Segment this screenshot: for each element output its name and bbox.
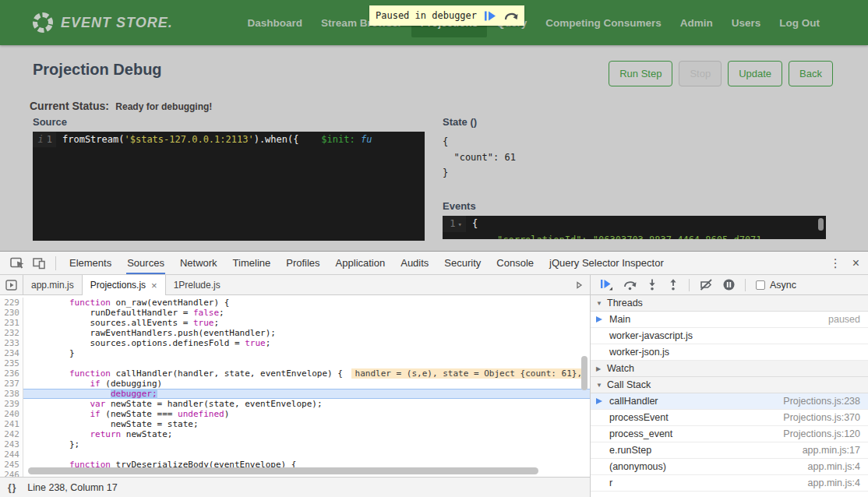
- events-code-line-1: {: [466, 216, 478, 232]
- stop-button[interactable]: Stop: [679, 61, 722, 86]
- thread-row-worker-javascript-js[interactable]: worker-javascript.js: [591, 328, 868, 344]
- tab-audits[interactable]: Audits: [393, 252, 436, 274]
- source-code-editor[interactable]: i1 fromStream('$stats-127.0.0.1:2113').w…: [33, 132, 425, 241]
- source-code-viewer[interactable]: 229 function on_raw(eventHandler) {230 r…: [0, 295, 590, 477]
- step-over-icon[interactable]: [504, 11, 518, 21]
- tab-elements[interactable]: Elements: [62, 252, 119, 274]
- thread-row-worker-json-js[interactable]: worker-json.js: [591, 344, 868, 361]
- tab-jquery-selector-inspector[interactable]: jQuery Selector Inspector: [542, 252, 672, 274]
- events-editor[interactable]: 1▾ { "correlationId": "06303703-8837-446…: [443, 216, 826, 239]
- line-number[interactable]: 240: [0, 409, 23, 419]
- step-into-icon[interactable]: [647, 279, 658, 291]
- stack-frame-anonymous[interactable]: (anonymous)app.min.js:4: [591, 459, 868, 475]
- line-number[interactable]: 241: [0, 419, 23, 429]
- code-content: return newState;: [23, 429, 590, 439]
- call-stack-section-header[interactable]: ▼ Call Stack: [591, 377, 868, 393]
- events-scrollbar[interactable]: [818, 218, 824, 231]
- projection-debug-page: Projection Debug Run StepStopUpdateBack …: [0, 45, 868, 251]
- stack-frame-process-event[interactable]: process_eventProjections.js:120: [591, 426, 868, 442]
- resume-script-icon[interactable]: [485, 11, 496, 21]
- tab-timeline[interactable]: Timeline: [225, 252, 279, 274]
- devtools-close-icon[interactable]: ×: [849, 256, 868, 270]
- debugger-toolbar: Async: [591, 275, 868, 295]
- update-button[interactable]: Update: [728, 61, 782, 86]
- line-number[interactable]: 235: [0, 358, 23, 368]
- code-token: runDefaultHandler =: [28, 308, 193, 318]
- inspect-element-icon[interactable]: [6, 257, 29, 270]
- event-store-logo-icon: [31, 11, 55, 34]
- nav-item-log-out[interactable]: Log Out: [770, 9, 829, 37]
- code-content: [23, 358, 590, 368]
- file-tab-app-min-js[interactable]: app.min.js: [23, 275, 82, 294]
- deactivate-breakpoints-icon[interactable]: [700, 279, 713, 291]
- line-number[interactable]: 244: [0, 449, 23, 460]
- line-number[interactable]: 237: [0, 379, 23, 389]
- line-number[interactable]: 239: [0, 399, 23, 409]
- vertical-scrollbar[interactable]: [581, 356, 587, 390]
- line-number[interactable]: 243: [0, 439, 23, 449]
- code-content: };: [23, 439, 590, 449]
- nav-item-admin[interactable]: Admin: [671, 9, 722, 37]
- watch-section-header[interactable]: ▶ Watch: [591, 361, 868, 377]
- code-token: [28, 429, 90, 439]
- code-token: return: [90, 429, 121, 439]
- thread-row-main[interactable]: Mainpaused: [591, 312, 868, 328]
- step-out-icon[interactable]: [668, 279, 679, 291]
- code-line: 231 sources.allEvents = true;: [0, 318, 590, 328]
- pretty-print-icon[interactable]: {}: [8, 482, 16, 493]
- code-content: }: [23, 348, 590, 358]
- stack-frame-e-runstep[interactable]: e.runStepapp.min.js:17: [591, 442, 868, 459]
- code-line: 232 rawEventHandlers.push(eventHandler);: [0, 328, 590, 338]
- stack-frame-callhandler[interactable]: callHandlerProjections.js:238: [591, 393, 868, 410]
- tab-profiles[interactable]: Profiles: [278, 252, 327, 274]
- line-number[interactable]: 242: [0, 429, 23, 439]
- pause-on-exceptions-icon[interactable]: [723, 279, 735, 291]
- line-number[interactable]: 229: [0, 298, 23, 308]
- back-button[interactable]: Back: [789, 61, 833, 86]
- collapse-arrow-icon[interactable]: ▾: [458, 220, 462, 228]
- stack-frame-processevent[interactable]: processEventProjections.js:370: [591, 410, 868, 426]
- close-tab-icon[interactable]: ×: [151, 280, 157, 291]
- line-number[interactable]: 236: [0, 368, 23, 379]
- threads-section-header[interactable]: ▼ Threads: [591, 295, 868, 312]
- horizontal-scrollbar[interactable]: [28, 467, 538, 474]
- file-tabs-bar: app.min.jsProjections.js×1Prelude.js: [0, 275, 590, 295]
- show-navigator-icon[interactable]: [0, 275, 23, 294]
- stack-frame-item[interactable]: [591, 492, 868, 497]
- devtools-menu-icon[interactable]: ⋮: [821, 256, 849, 270]
- file-tab-1prelude-js[interactable]: 1Prelude.js: [166, 275, 228, 294]
- line-number[interactable]: 245: [0, 460, 23, 470]
- line-number[interactable]: 233: [0, 338, 23, 348]
- tab-console[interactable]: Console: [489, 252, 542, 274]
- tab-application[interactable]: Application: [328, 252, 393, 274]
- resume-script-icon[interactable]: [600, 279, 613, 291]
- tab-sources[interactable]: Sources: [119, 252, 172, 274]
- run-step-button[interactable]: Run Step: [609, 61, 672, 86]
- threads-title: Threads: [607, 298, 643, 308]
- events-gutter[interactable]: 1▾: [443, 216, 466, 232]
- tab-security[interactable]: Security: [436, 252, 489, 274]
- line-number[interactable]: 234: [0, 348, 23, 358]
- source-gutter[interactable]: i1: [33, 132, 56, 147]
- code-line: 233 sources.options.definesFold = true;: [0, 338, 590, 348]
- stack-frame-r[interactable]: rapp.min.js:4: [591, 475, 868, 492]
- line-number[interactable]: 238: [0, 389, 23, 399]
- tab-network[interactable]: Network: [172, 252, 225, 274]
- code-token: ;: [266, 338, 271, 348]
- event-store-logo[interactable]: EVENT STORE.: [31, 11, 173, 34]
- line-number[interactable]: 230: [0, 308, 23, 318]
- nav-item-competing-consumers[interactable]: Competing Consumers: [536, 9, 671, 37]
- show-sidebar-icon[interactable]: [568, 275, 590, 294]
- devtools-panel: ElementsSourcesNetworkTimelineProfilesAp…: [0, 251, 868, 497]
- async-checkbox[interactable]: [756, 280, 765, 290]
- code-token: newState;: [121, 429, 172, 439]
- file-tab-projections-js[interactable]: Projections.js×: [82, 275, 166, 295]
- step-over-icon[interactable]: [623, 280, 637, 291]
- code-token: newState = state;: [28, 419, 199, 429]
- line-number[interactable]: 246: [0, 470, 23, 477]
- nav-item-dashboard[interactable]: Dashboard: [238, 9, 312, 37]
- line-number[interactable]: 231: [0, 318, 23, 328]
- device-toolbar-icon[interactable]: [29, 257, 50, 270]
- nav-item-users[interactable]: Users: [722, 9, 771, 37]
- line-number[interactable]: 232: [0, 328, 23, 338]
